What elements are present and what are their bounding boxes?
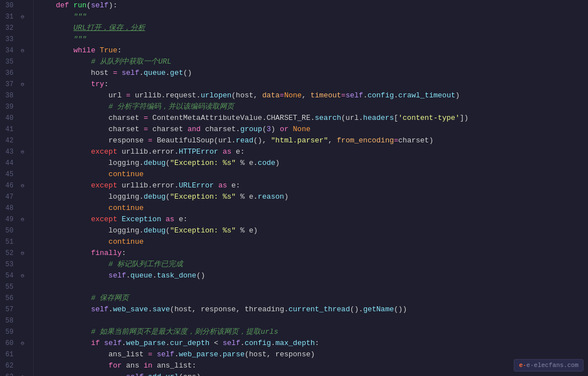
line-num-57: 57 xyxy=(0,306,18,314)
code-line-35: # 从队列中获取一个URL xyxy=(38,56,588,68)
code-line-33: """ xyxy=(38,34,588,45)
code-content[interactable]: def run(self): """ URL打开，保存，分析 """ while… xyxy=(34,0,588,376)
line-num-61: 61 xyxy=(0,351,18,359)
code-line-39: # 分析字符编码，并以该编码读取网页 xyxy=(38,101,588,113)
gutter-line-31: 31 ⊖ xyxy=(0,11,33,23)
code-line-55 xyxy=(38,281,588,293)
gutter-line-52: 52 ⊖ xyxy=(0,248,33,259)
line-num-50: 50 xyxy=(0,227,18,235)
gutter-line-34: 34 ⊖ xyxy=(0,45,33,56)
code-line-58 xyxy=(38,315,588,326)
line-num-45: 45 xyxy=(0,171,18,178)
code-line-46: except urllib.error.URLError as e: xyxy=(38,180,588,191)
line-num-33: 33 xyxy=(0,35,18,43)
code-line-32: URL打开，保存，分析 xyxy=(38,23,588,34)
gutter-icon-31: ⊖ xyxy=(18,14,27,20)
gutter-line-42: 42 xyxy=(0,135,33,146)
code-line-42: response = BeautifulSoup(url.read(), "ht… xyxy=(38,135,588,146)
code-line-59: # 如果当前网页不是最大深度，则分析该网页，提取urls xyxy=(38,326,588,338)
code-line-62: for ans in ans_list: xyxy=(38,360,588,371)
gutter-line-56: 56 xyxy=(0,293,33,304)
gutter-icon-43: ⊖ xyxy=(18,149,27,155)
code-line-43: except urllib.error.HTTPError as e: xyxy=(38,146,588,158)
gutter-line-51: 51 xyxy=(0,236,33,248)
line-num-36: 36 xyxy=(0,69,18,77)
code-line-63: self.add_url(ans) xyxy=(38,371,588,376)
gutter-line-33: 33 xyxy=(0,34,33,45)
fold-52[interactable]: ⊖ xyxy=(21,250,24,257)
line-num-56: 56 xyxy=(0,294,18,302)
fold-46[interactable]: ⊖ xyxy=(21,182,24,189)
fold-34[interactable]: ⊖ xyxy=(21,47,24,54)
line-num-52: 52 xyxy=(0,249,18,257)
gutter-line-40: 40 xyxy=(0,113,33,124)
code-line-36: host = self.queue.get() xyxy=(38,68,588,79)
gutter-line-62: 62 xyxy=(0,360,33,371)
line-num-43: 43 xyxy=(0,148,18,156)
code-line-44: logging.debug("Exception: %s" % e.code) xyxy=(38,158,588,169)
code-line-47: logging.debug("Exception: %s" % e.reason… xyxy=(38,191,588,203)
gutter-line-57: 57 xyxy=(0,304,33,315)
line-num-59: 59 xyxy=(0,328,18,336)
logo-text: e·elecfans.com xyxy=(527,362,578,369)
fold-37[interactable]: ⊖ xyxy=(21,81,24,88)
gutter-line-41: 41 xyxy=(0,124,33,135)
gutter-icon-52: ⊖ xyxy=(18,250,27,257)
line-num-34: 34 xyxy=(0,47,18,55)
code-line-51: continue xyxy=(38,236,588,248)
gutter-line-39: 39 xyxy=(0,101,33,113)
gutter-line-46: 46 ⊖ xyxy=(0,180,33,191)
gutter-line-47: 47 xyxy=(0,191,33,203)
line-num-48: 48 xyxy=(0,204,18,212)
line-num-47: 47 xyxy=(0,193,18,201)
code-line-31: """ xyxy=(38,11,588,23)
gutter-line-55: 55 xyxy=(0,281,33,293)
gutter-icon-54: ⊖ xyxy=(18,272,27,279)
code-line-37: try: xyxy=(38,79,588,90)
fold-63[interactable]: ⊖ xyxy=(21,374,24,376)
gutter-line-63: 63 ⊖ xyxy=(0,371,33,376)
gutter-line-59: 59 xyxy=(0,326,33,338)
site-watermark: e·e·elecfans.com xyxy=(514,359,583,371)
gutter-line-43: 43 ⊖ xyxy=(0,146,33,158)
gutter-icon-34: ⊖ xyxy=(18,47,27,54)
line-num-46: 46 xyxy=(0,182,18,190)
line-num-39: 39 xyxy=(0,103,18,111)
line-num-62: 62 xyxy=(0,362,18,370)
code-line-53: # 标记队列工作已完成 xyxy=(38,259,588,270)
code-line-52: finally: xyxy=(38,248,588,259)
code-line-40: charset = ContentMetaAttributeValue.CHAR… xyxy=(38,113,588,124)
line-num-40: 40 xyxy=(0,114,18,122)
gutter-icon-60: ⊖ xyxy=(18,340,27,347)
fold-49[interactable]: ⊖ xyxy=(21,216,24,223)
code-line-30: def run(self): xyxy=(38,0,588,11)
gutter-line-30: 30 xyxy=(0,0,33,11)
line-num-41: 41 xyxy=(0,126,18,133)
fold-43[interactable]: ⊖ xyxy=(21,149,24,155)
code-line-61: ans_list = self.web_parse.parse(host, re… xyxy=(38,349,588,360)
code-line-56: # 保存网页 xyxy=(38,293,588,304)
gutter-line-32: 32 xyxy=(0,23,33,34)
gutter-line-38: 38 xyxy=(0,90,33,101)
line-num-44: 44 xyxy=(0,159,18,167)
gutter-line-58: 58 xyxy=(0,315,33,326)
code-line-54: self.queue.task_done() xyxy=(38,270,588,281)
gutter-line-53: 53 xyxy=(0,259,33,270)
gutter-icon-49: ⊖ xyxy=(18,216,27,223)
line-num-53: 53 xyxy=(0,261,18,268)
code-line-38: url = urllib.request.urlopen(host, data=… xyxy=(38,90,588,101)
fold-31[interactable]: ⊖ xyxy=(21,14,24,20)
gutter-line-54: 54 ⊖ xyxy=(0,270,33,281)
fold-60[interactable]: ⊖ xyxy=(21,340,24,347)
line-num-38: 38 xyxy=(0,92,18,100)
code-line-50: logging.debug("Exception: %s" % e) xyxy=(38,225,588,236)
line-num-35: 35 xyxy=(0,58,18,66)
gutter-icon-63: ⊖ xyxy=(18,374,27,376)
code-line-57: self.web_save.save(host, response, threa… xyxy=(38,304,588,315)
code-line-34: while True: xyxy=(38,45,588,56)
fold-54[interactable]: ⊖ xyxy=(21,272,24,279)
logo-icon: e· xyxy=(519,362,526,369)
gutter-line-36: 36 xyxy=(0,68,33,79)
gutter-line-60: 60 ⊖ xyxy=(0,338,33,349)
gutter-line-49: 49 ⊖ xyxy=(0,214,33,225)
